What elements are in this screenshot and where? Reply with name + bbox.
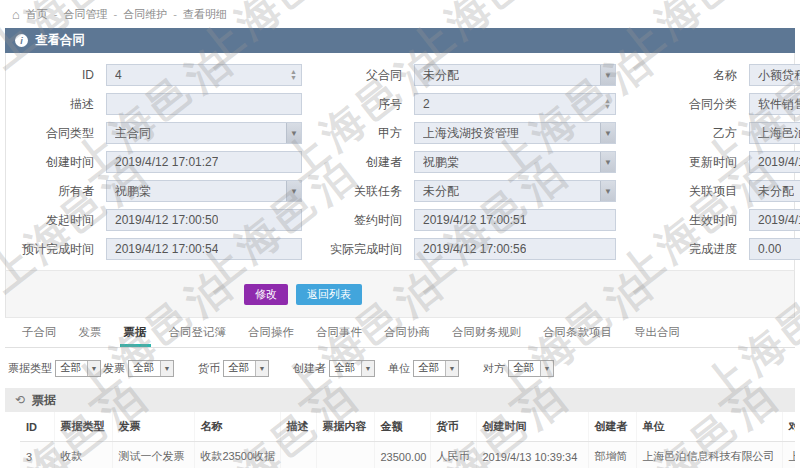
chevron-down-icon[interactable]: ▼ [361, 361, 374, 376]
breadcrumb-separator: - [114, 8, 118, 20]
owner-select[interactable]: 祝鹏棠 ▼ [106, 180, 302, 202]
ticket-type-select[interactable]: 全部 ▼ [55, 360, 101, 377]
tab-contract-finance-rule[interactable]: 合同财务规则 [450, 319, 523, 347]
modify-button[interactable]: 修改 [244, 284, 288, 305]
breadcrumb-item-home[interactable]: 首页 [26, 7, 48, 22]
back-to-list-button[interactable]: 返回列表 [296, 284, 362, 305]
chevron-down-icon[interactable]: ▼ [600, 123, 615, 143]
breadcrumb-item-contract-mgmt[interactable]: 合同管理 [64, 7, 108, 22]
currency-select[interactable]: 全部 ▼ [223, 360, 269, 377]
col-ticket-content[interactable]: 票据内容 [316, 412, 374, 442]
party-b-label: 乙方 [616, 125, 749, 142]
breadcrumb-item-view-detail[interactable]: 查看明细 [183, 7, 227, 22]
contract-type-value: 主合同 [115, 125, 151, 142]
chevron-down-icon[interactable]: ▼ [445, 361, 458, 376]
col-creator[interactable]: 创建者 [588, 412, 636, 442]
completion-progress-field[interactable]: 0.00 [749, 238, 800, 260]
chevron-down-icon[interactable]: ▼ [286, 123, 301, 143]
progress-value: 0.00 [758, 242, 781, 256]
tab-contract-event[interactable]: 合同事件 [314, 319, 364, 347]
col-id[interactable]: ID [20, 412, 54, 442]
unit-select[interactable]: 全部 ▼ [413, 360, 459, 377]
estimated-finish-field[interactable]: 2019/4/12 17:00:54 [106, 238, 302, 260]
owner-label: 所有者 [6, 183, 106, 200]
col-amount[interactable]: 金额 [374, 412, 430, 442]
invoice-select[interactable]: 全部 ▼ [128, 360, 174, 377]
actual-finish-value: 2019/4/12 17:00:56 [423, 242, 526, 256]
contract-type-select[interactable]: 主合同 ▼ [106, 122, 302, 144]
home-icon: ⌂ [12, 7, 20, 22]
tab-export-contract[interactable]: 导出合同 [632, 319, 682, 347]
estimated-finish-value: 2019/4/12 17:00:54 [115, 242, 218, 256]
contract-category-field[interactable]: 软件销售合同 [749, 93, 800, 115]
initiate-time-field[interactable]: 2019/4/12 17:00:50 [106, 209, 302, 231]
cell-id: 3 [20, 442, 54, 468]
filter-value: 全部 [513, 361, 534, 375]
tab-contract-clause-item[interactable]: 合同条款项目 [541, 319, 614, 347]
cell-amount: 23500.00 [374, 442, 430, 468]
chevron-down-icon[interactable]: ▼ [600, 65, 615, 85]
tab-sub-contract[interactable]: 子合同 [20, 319, 59, 347]
col-invoice[interactable]: 发票 [112, 412, 194, 442]
tab-tickets[interactable]: 票据 [122, 319, 149, 347]
chevron-down-icon[interactable]: ▼ [600, 152, 615, 172]
breadcrumb-item-contract-maintain[interactable]: 合同维护 [123, 7, 167, 22]
creator-select[interactable]: 祝鹏棠 ▼ [414, 151, 616, 173]
actual-finish-field[interactable]: 2019/4/12 17:00:56 [414, 238, 616, 260]
table-row[interactable]: 3 收款 测试一个发票 收款23500收据 23500.00 人民币 2019/… [20, 442, 795, 468]
creator-filter-select[interactable]: 全部 ▼ [329, 360, 375, 377]
party-b-select[interactable]: 上海邑泊信息 [749, 122, 800, 144]
chevron-down-icon[interactable]: ▼ [540, 361, 553, 376]
id-label: ID [6, 68, 106, 82]
chevron-down-icon[interactable]: ▼ [87, 361, 100, 376]
col-currency[interactable]: 货币 [430, 412, 476, 442]
col-ticket-type[interactable]: 票据类型 [54, 412, 112, 442]
contract-type-label: 合同类型 [6, 125, 106, 142]
party-a-select[interactable]: 上海浅湖投资管理 ▼ [414, 122, 616, 144]
related-task-select[interactable]: 未分配 ▼ [414, 180, 616, 202]
stepper-icon[interactable]: ▲▼ [290, 66, 297, 84]
filter-ticket-type: 票据类型 全部 ▼ [8, 360, 103, 377]
chevron-down-icon[interactable]: ▼ [255, 361, 268, 376]
description-field[interactable] [106, 93, 302, 115]
col-counterparty[interactable]: 对方 [782, 412, 795, 442]
breadcrumb-separator: - [173, 8, 177, 20]
chevron-down-icon[interactable]: ▼ [160, 361, 173, 376]
sequence-field[interactable]: 2 ▲▼ [414, 93, 616, 115]
effective-time-field[interactable]: 2019/4/12 17:0 [749, 209, 800, 231]
chevron-down-icon[interactable]: ▼ [286, 181, 301, 201]
breadcrumb: ⌂ 首页 - 合同管理 - 合同维护 - 查看明细 [0, 0, 800, 28]
sequence-label: 序号 [302, 96, 414, 113]
panel-header: i 查看合同 [5, 28, 795, 53]
update-time-field[interactable]: 2019/4/12 17:0 [749, 151, 800, 173]
id-field[interactable]: 4 ▲▼ [106, 64, 302, 86]
update-time-label: 更新时间 [616, 154, 749, 171]
tab-contract-register[interactable]: 合同登记簿 [167, 319, 229, 347]
parent-contract-value: 未分配 [423, 67, 459, 84]
table-header-row: ID 票据类型 发票 名称 描述 票据内容 金额 货币 创建时间 创建者 单位 … [20, 412, 795, 442]
col-unit[interactable]: 单位 [636, 412, 782, 442]
form-actions: 修改 返回列表 [5, 270, 795, 318]
effective-time-label: 生效时间 [616, 212, 749, 229]
filter-label: 对方 [483, 361, 505, 376]
create-time-field[interactable]: 2019/4/12 17:01:27 [106, 151, 302, 173]
sign-time-field[interactable]: 2019/4/12 17:00:51 [414, 209, 616, 231]
ticket-filters: 票据类型 全部 ▼ 发票 全部 ▼ 货币 全部 ▼ 创建者 全部 ▼ 单位 全部… [5, 348, 795, 388]
col-name[interactable]: 名称 [194, 412, 280, 442]
chevron-down-icon[interactable]: ▼ [600, 181, 615, 201]
col-create-time[interactable]: 创建时间 [476, 412, 588, 442]
col-description[interactable]: 描述 [280, 412, 316, 442]
tab-contract-operation[interactable]: 合同操作 [246, 319, 296, 347]
parent-contract-select[interactable]: 未分配 ▼ [414, 64, 616, 86]
actual-finish-label: 实际完成时间 [302, 241, 414, 258]
cell-name: 收款23500收据 [194, 442, 280, 468]
stepper-icon[interactable]: ▲▼ [604, 95, 611, 113]
contract-category-value: 软件销售合同 [758, 96, 800, 113]
tab-contract-negotiation[interactable]: 合同协商 [382, 319, 432, 347]
filter-label: 货币 [198, 361, 220, 376]
related-project-select[interactable]: 未分配 [749, 180, 800, 202]
contract-name-field[interactable]: 小额贷程序化交 [749, 64, 800, 86]
counterparty-select[interactable]: 全部 ▼ [508, 360, 554, 377]
filter-value: 全部 [60, 361, 81, 375]
tab-invoice[interactable]: 发票 [77, 319, 104, 347]
